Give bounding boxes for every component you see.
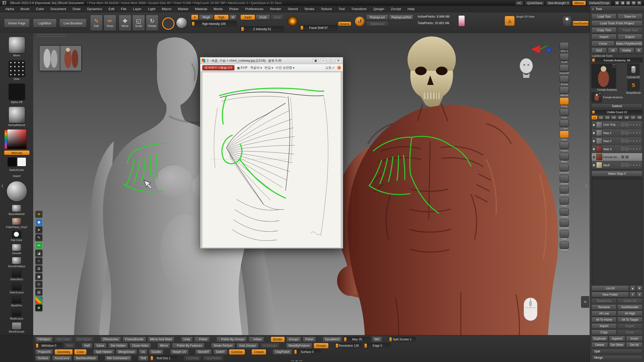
tray-button[interactable]: Same <box>94 343 107 348</box>
menu-item[interactable]: Document <box>47 7 69 11</box>
viewport-strip-button[interactable]: Transp <box>560 208 569 218</box>
paste-tool-button[interactable]: Paste Tool <box>618 27 643 33</box>
viewport-strip-button[interactable]: Move <box>560 153 569 163</box>
split-section-header[interactable]: Split <box>591 349 642 354</box>
del-all-button[interactable]: Del All <box>626 342 642 348</box>
tray-button[interactable]: LazyRadius <box>203 355 224 361</box>
pen-icon[interactable]: ✏ <box>35 242 43 249</box>
subtool-import-button[interactable]: Import <box>591 323 617 329</box>
subtool-paste-button[interactable]: Paste <box>617 330 642 335</box>
titlebar-icon[interactable]: ▤ <box>626 1 630 5</box>
menu-item[interactable]: Stencil <box>285 7 301 11</box>
tray-button[interactable]: Crease <box>252 349 266 355</box>
menu-item[interactable]: Draw <box>69 7 84 11</box>
titlebar-button[interactable]: Menus <box>572 1 586 5</box>
duplicate-button[interactable]: Duplicate <box>591 336 608 341</box>
tray-button[interactable]: Min <box>372 337 382 342</box>
persp-icon[interactable]: ◬ <box>505 16 515 26</box>
polypaint-icon[interactable] <box>621 155 624 159</box>
z-intensity-slider[interactable]: Z Intensity 51 <box>240 26 284 32</box>
tray-button[interactable]: Polish <box>303 337 316 342</box>
pencil-icon[interactable]: ✎ <box>35 234 43 241</box>
tray-button[interactable]: Inflate <box>249 337 264 342</box>
delete-button[interactable]: Delete <box>591 342 608 348</box>
nav-thumbnail-ecorche[interactable] <box>60 46 82 71</box>
photo-library-dropdown[interactable]: 사진 보관함▾ <box>276 66 295 70</box>
dynamic-draw-size-button[interactable]: Dynamic <box>338 22 351 26</box>
viewport-strip-button[interactable]: Zoom3D <box>559 64 569 75</box>
tray-button[interactable]: DynaMesh <box>323 337 342 342</box>
bulb-icon[interactable]: ☀ <box>35 211 43 218</box>
make-step-button[interactable]: Make Step 0 <box>591 171 642 176</box>
menu-item[interactable]: Dynamics <box>84 7 105 11</box>
tray-button[interactable]: Uv <box>139 349 147 355</box>
nav-thumbnail-gray[interactable] <box>39 46 61 71</box>
subtool-row[interactable]: ◉ Skull <box>592 161 642 169</box>
cursor-icon[interactable]: ➤ <box>35 226 43 233</box>
visibility-eye-icon[interactable]: ◉ <box>593 163 595 167</box>
copy-tool-button[interactable]: Copy Tool <box>591 27 617 33</box>
viewport-strip-button[interactable]: Solo <box>560 230 569 241</box>
tray-button[interactable]: Close Holes <box>130 343 151 348</box>
clipboard-icon[interactable]: ⎘ <box>35 281 43 288</box>
tray-button[interactable]: FillObject <box>35 337 53 342</box>
menu-item[interactable]: Edit <box>105 7 117 11</box>
goz-button[interactable]: GoZ <box>591 48 607 53</box>
alpha-thumb[interactable] <box>9 83 25 100</box>
screen-icon[interactable]: ▣ <box>35 273 43 280</box>
subtool-view-tab[interactable]: V7 <box>630 115 636 120</box>
tray-button[interactable]: Polish By Features <box>172 343 205 348</box>
titlebar-icon[interactable]: ◨ <box>620 1 625 5</box>
menu-item[interactable]: Brush <box>17 7 33 11</box>
lightbox-button[interactable]: LightBox <box>33 19 57 28</box>
viewport-strip-button[interactable]: ZoomSD <box>559 164 569 174</box>
rgb-intensity-slider[interactable]: Rgb Intensity 100 <box>191 21 237 26</box>
merge-section-header[interactable]: Merge <box>591 355 642 360</box>
viewer-close-button[interactable]: ✕ <box>335 58 341 63</box>
subtool-row[interactable]: ◉ 11번 여성 3단계 바디 각상 - [M & <box>592 121 642 129</box>
secondary-color-swatch[interactable] <box>17 157 26 166</box>
viewport-strip-button[interactable]: Floor <box>560 109 569 119</box>
viewer-title-bar[interactable]: 2 - 쇄골, 가슴 > chest_cutaway.jpg [12/16] -… <box>200 57 343 64</box>
menu-item[interactable]: Layer <box>130 7 145 11</box>
tray-button[interactable]: ProjectAll <box>35 349 53 355</box>
polypaint-icon[interactable] <box>621 123 624 126</box>
cylinder3d-thumb[interactable] <box>627 64 639 75</box>
del-other-button[interactable]: Del Other <box>609 342 625 348</box>
viewport-strip-button[interactable]: Scroll <box>560 53 569 64</box>
sculpt-layer-icon[interactable] <box>625 139 629 143</box>
menu-item[interactable]: Material <box>192 7 210 11</box>
m-button[interactable]: M <box>229 15 237 20</box>
titlebar-button[interactable]: DefaultZScript <box>587 1 611 5</box>
import-texture-button[interactable]: Import <box>0 174 33 177</box>
pin-toggle[interactable]: 고정✔ <box>325 66 335 70</box>
menu-item[interactable]: File <box>118 7 130 11</box>
polypaint-icon[interactable] <box>621 147 624 151</box>
viewer-pin-icon[interactable]: ▣ <box>313 58 319 63</box>
subtool-up-button[interactable]: ▲ <box>630 286 636 291</box>
rotate-button[interactable]: ↻ Rotate <box>146 15 158 31</box>
menu-item[interactable]: Help <box>404 7 418 11</box>
tray-button[interactable]: Mirror <box>157 343 170 348</box>
shelf-slot[interactable]: MaskPen <box>0 296 33 307</box>
subtool-row[interactable]: ◉ Step 3 <box>592 145 642 153</box>
viewer-status-icon[interactable] <box>337 66 341 69</box>
tray-resize-handle[interactable]: ◂◂ ▬ ▸▸ <box>282 359 312 362</box>
titlebar-button[interactable]: QuickSave <box>525 1 544 5</box>
move-to-bottom-button[interactable]: ⇓ <box>636 292 642 297</box>
menu-item[interactable]: Texture <box>317 7 335 11</box>
replay-icon[interactable]: ↺ <box>355 16 365 26</box>
all-high-button[interactable]: All High <box>617 311 642 316</box>
replay-last-rel-button[interactable]: ReplayLastRel <box>389 15 414 20</box>
tray-button[interactable]: Groups <box>286 337 301 342</box>
rename-button[interactable]: Rename <box>591 304 617 310</box>
viewer-image-area[interactable] <box>200 71 343 248</box>
tray-button[interactable]: Surface <box>35 355 51 361</box>
shelf-slot[interactable]: SelectLasso <box>0 283 33 294</box>
eye-icon[interactable]: ◉ <box>35 218 43 225</box>
polypaint-icon[interactable] <box>621 163 624 167</box>
tray-button[interactable]: Color <box>74 349 87 355</box>
adjust-last-button[interactable]: AdjustLast <box>366 21 388 26</box>
new-folder-button[interactable]: New Folder <box>591 292 629 297</box>
palette-icon[interactable]: ▦ <box>35 296 43 303</box>
